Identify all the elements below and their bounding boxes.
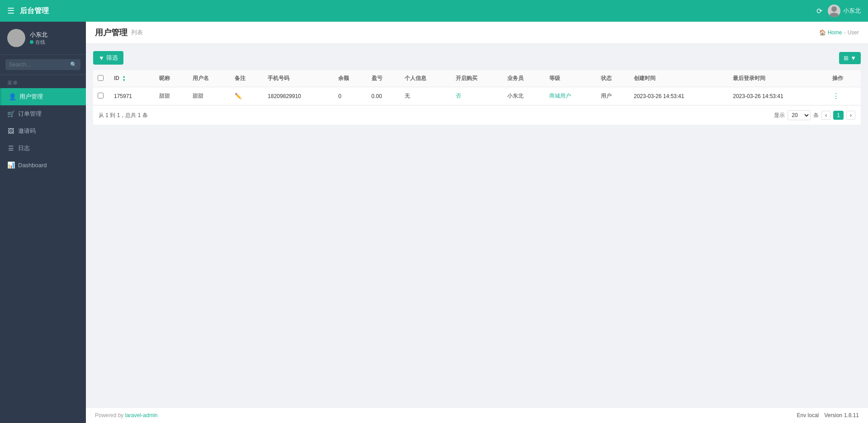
cell-actions: ⋮ bbox=[828, 87, 861, 105]
cell-open-purchase: 否 bbox=[451, 87, 502, 105]
header-right: ⟳ 小东北 bbox=[816, 5, 861, 17]
sort-id-icon[interactable]: ▲ ▼ bbox=[122, 75, 126, 82]
breadcrumb-current: User bbox=[848, 29, 859, 36]
refresh-icon[interactable]: ⟳ bbox=[816, 7, 822, 15]
cell-created-at: 2023-03-26 14:53:41 bbox=[629, 87, 728, 105]
sidebar-search-area: 🔍 bbox=[0, 55, 86, 75]
cart-icon: 🛒 bbox=[7, 110, 14, 118]
header-username: 用户名 bbox=[188, 70, 230, 87]
cell-level: 商城用户 bbox=[545, 87, 596, 105]
header-username: 小东北 bbox=[843, 7, 861, 15]
row-checkbox-col bbox=[93, 87, 109, 105]
table-row: 175971 甜甜 甜甜 ✏️ 18209829910 0 0.00 无 否 bbox=[93, 87, 861, 105]
home-icon: 🏠 bbox=[819, 29, 826, 36]
cell-status: 用户 bbox=[596, 87, 629, 105]
select-all-checkbox[interactable] bbox=[98, 75, 104, 81]
filter-icon: ▼ bbox=[99, 55, 104, 61]
footer-right: Env local Version 1.8.11 bbox=[797, 412, 859, 418]
sidebar-item-dashboard[interactable]: 📊 Dashboard bbox=[0, 157, 86, 173]
env-badge: Env local bbox=[797, 412, 819, 418]
search-icon: 🔍 bbox=[70, 61, 77, 68]
header-nickname: 昵称 bbox=[155, 70, 188, 87]
sidebar: 小东北 在线 🔍 菜单 👤 用户管理 🛒 订单管理 🖼 邀请码 bbox=[0, 22, 86, 423]
breadcrumb-home[interactable]: Home bbox=[828, 29, 842, 36]
sidebar-item-logs[interactable]: ☰ 日志 bbox=[0, 140, 86, 157]
page-subtitle: 列表 bbox=[131, 28, 143, 37]
table-wrapper: ID ▲ ▼ 昵称 用户名 备注 手机号码 余额 盈亏 bbox=[93, 70, 861, 125]
row-checkbox[interactable] bbox=[98, 93, 104, 99]
sidebar-item-invitation-code[interactable]: 🖼 邀请码 bbox=[0, 122, 86, 140]
cell-agent: 小东北 bbox=[503, 87, 545, 105]
pagination-right: 显示 20 50 100 条 ‹ 1 › bbox=[774, 110, 855, 120]
sidebar-item-label: 订单管理 bbox=[18, 110, 42, 118]
grid-icon: ⊞ bbox=[844, 55, 849, 61]
open-purchase-link[interactable]: 否 bbox=[456, 93, 461, 99]
top-header: ☰ 后台管理 ⟳ 小东北 bbox=[0, 0, 868, 22]
sidebar-user-info: 小东北 在线 bbox=[30, 31, 47, 46]
prev-page-button[interactable]: ‹ bbox=[821, 111, 830, 120]
column-toggle-button[interactable]: ⊞ ▼ bbox=[839, 52, 861, 64]
header-actions: 操作 bbox=[828, 70, 861, 87]
more-actions-icon[interactable]: ⋮ bbox=[832, 92, 840, 100]
header-level: 等级 bbox=[545, 70, 596, 87]
sidebar-search-wrap: 🔍 bbox=[5, 59, 80, 70]
sidebar-item-label: 用户管理 bbox=[19, 93, 43, 101]
image-icon: 🖼 bbox=[7, 127, 14, 135]
breadcrumb: 🏠 Home › User bbox=[819, 29, 859, 36]
sidebar-username: 小东北 bbox=[30, 31, 47, 39]
cell-last-login: 2023-03-26 14:53:41 bbox=[728, 87, 827, 105]
header-agent: 业务员 bbox=[503, 70, 545, 87]
sidebar-item-label: 邀请码 bbox=[18, 127, 36, 135]
hamburger-icon[interactable]: ☰ bbox=[7, 6, 14, 16]
header-status: 状态 bbox=[596, 70, 629, 87]
sidebar-status: 在线 bbox=[30, 39, 47, 46]
pagination-summary: 从 1 到 1，总共 1 条 bbox=[99, 112, 148, 119]
level-link[interactable]: 商城用户 bbox=[549, 93, 571, 99]
layout: 小东北 在线 🔍 菜单 👤 用户管理 🛒 订单管理 🖼 邀请码 bbox=[0, 22, 868, 423]
sidebar-menu-label: 菜单 bbox=[0, 75, 86, 88]
header-id: ID ▲ ▼ bbox=[109, 70, 155, 87]
search-input[interactable] bbox=[5, 59, 80, 70]
next-page-button[interactable]: › bbox=[846, 111, 855, 120]
main-content: 用户管理 列表 🏠 Home › User ▼ 筛选 ⊞ ▼ bbox=[86, 22, 868, 423]
header-balance: 余额 bbox=[334, 70, 367, 87]
footer-left: Powered by laravel-admin bbox=[95, 412, 158, 418]
cell-profit-loss: 0.00 bbox=[367, 87, 400, 105]
content-area: ▼ 筛选 ⊞ ▼ I bbox=[86, 44, 868, 407]
powered-by-text: Powered by bbox=[95, 412, 125, 418]
page-title: 用户管理 bbox=[95, 27, 127, 38]
page-1-button[interactable]: 1 bbox=[833, 111, 844, 120]
user-avatar-area[interactable]: 小东北 bbox=[828, 5, 861, 17]
user-icon: 👤 bbox=[9, 93, 16, 100]
sidebar-avatar bbox=[7, 29, 25, 47]
header-left: ☰ 后台管理 bbox=[7, 6, 49, 16]
cell-phone: 18209829910 bbox=[263, 87, 334, 105]
remark-edit-icon[interactable]: ✏️ bbox=[235, 93, 242, 99]
sidebar-item-order-management[interactable]: 🛒 订单管理 bbox=[0, 105, 86, 122]
laravel-admin-link[interactable]: laravel-admin bbox=[125, 412, 158, 418]
header-personal-info: 个人信息 bbox=[400, 70, 451, 87]
header-open-purchase: 开启购买 bbox=[451, 70, 502, 87]
filter-button[interactable]: ▼ 筛选 bbox=[93, 51, 123, 65]
breadcrumb-separator: › bbox=[844, 29, 846, 36]
status-dot bbox=[30, 40, 33, 44]
header-profit-loss: 盈亏 bbox=[367, 70, 400, 87]
version-badge: Version 1.8.11 bbox=[824, 412, 859, 418]
dropdown-arrow: ▼ bbox=[850, 55, 856, 61]
cell-nickname: 甜甜 bbox=[155, 87, 188, 105]
cell-balance: 0 bbox=[334, 87, 367, 105]
table-header-row: ID ▲ ▼ 昵称 用户名 备注 手机号码 余额 盈亏 bbox=[93, 70, 861, 87]
page-footer: Powered by laravel-admin Env local Versi… bbox=[86, 407, 868, 423]
svg-point-3 bbox=[10, 41, 23, 47]
list-icon: ☰ bbox=[7, 145, 14, 152]
pagination-unit: 条 bbox=[813, 112, 819, 119]
filter-bar: ▼ 筛选 ⊞ ▼ bbox=[93, 51, 861, 65]
cell-username: 甜甜 bbox=[188, 87, 230, 105]
pagination-area: 从 1 到 1，总共 1 条 显示 20 50 100 条 ‹ 1 › bbox=[93, 105, 861, 125]
per-page-select[interactable]: 20 50 100 bbox=[788, 110, 811, 120]
sidebar-item-label: Dashboard bbox=[18, 162, 47, 169]
data-table: ID ▲ ▼ 昵称 用户名 备注 手机号码 余额 盈亏 bbox=[93, 70, 861, 105]
header-checkbox-col bbox=[93, 70, 109, 87]
svg-point-0 bbox=[831, 6, 837, 12]
sidebar-item-user-management[interactable]: 👤 用户管理 bbox=[0, 88, 86, 105]
